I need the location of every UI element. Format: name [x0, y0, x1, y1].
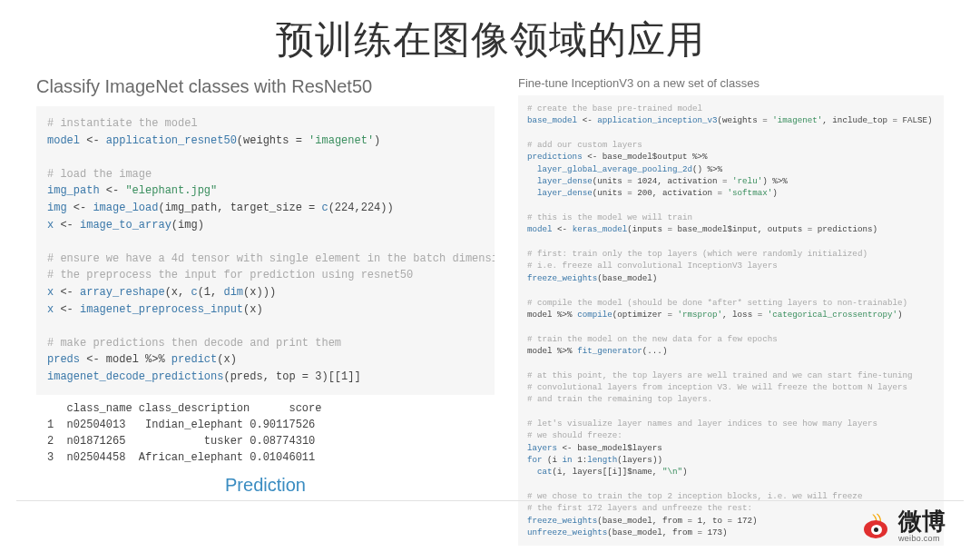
right-heading: Fine-tune InceptionV3 on a new set of cl…	[518, 76, 944, 90]
left-caption: Prediction	[36, 475, 495, 496]
left-column: Classify ImageNet classes with ResNet50 …	[36, 76, 495, 552]
weibo-icon: ))	[862, 513, 893, 540]
logo-text-cn: 微博	[898, 509, 946, 533]
divider-rule	[16, 500, 964, 501]
logo-text-en: weibo.com	[898, 535, 946, 543]
results-table: class_name class_description score 1 n02…	[36, 395, 495, 471]
slide-title: 预训练在图像领域的应用	[0, 0, 980, 65]
right-column: Fine-tune InceptionV3 on a new set of cl…	[518, 76, 944, 552]
weibo-logo: )) 微博 weibo.com	[862, 509, 946, 543]
left-heading: Classify ImageNet classes with ResNet50	[36, 76, 495, 97]
right-code-block: # create the base pre-trained model base…	[518, 95, 944, 546]
left-code-block: # instantiate the model model <- applica…	[36, 106, 495, 395]
content-columns: Classify ImageNet classes with ResNet50 …	[0, 65, 980, 552]
